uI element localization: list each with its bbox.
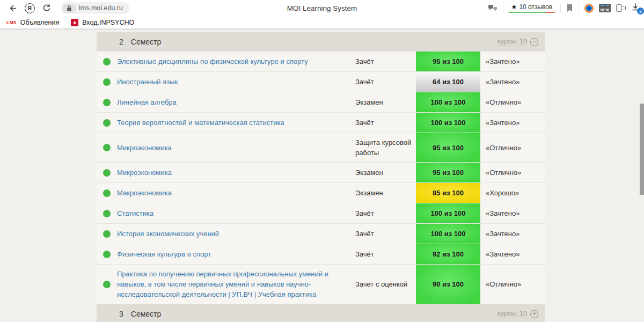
assessment-type: Зачёт (355, 113, 416, 133)
score-badge: 85 из 100 (416, 183, 480, 203)
course-link[interactable]: Макроэкономика (117, 188, 172, 198)
status-dot-icon (103, 169, 111, 177)
course-link[interactable]: Микроэкономика (117, 167, 172, 178)
refresh-button[interactable] (40, 1, 54, 15)
course-cell: История экономических учений (117, 224, 355, 244)
assessment-type: Зачёт (355, 224, 416, 244)
course-link[interactable]: Иностранный язык (117, 77, 178, 87)
toolbar-right-icons: ★ 10 отзывов NEW 2 (488, 3, 644, 13)
courses-count-link[interactable]: курсы: 10 (497, 310, 527, 318)
courses-count-link[interactable]: курсы: 10 (497, 38, 527, 46)
grade-text: «Зачтено» (480, 244, 545, 264)
grade-text: «Отлично» (480, 133, 545, 162)
divider (503, 4, 503, 12)
score-badge: 95 из 100 (416, 52, 480, 71)
divider (579, 4, 579, 12)
semester-number: 2 (119, 38, 123, 46)
status-cell (97, 163, 117, 182)
status-dot-icon (103, 210, 111, 217)
status-dot-icon (103, 119, 111, 127)
bookmark-inpsycho[interactable]: ▲ Вход.INPSYCHO (71, 19, 134, 26)
status-dot-icon (103, 58, 111, 65)
course-cell: Элективные дисциплины по физической куль… (117, 52, 355, 71)
new-icon-dashes (601, 5, 609, 6)
assessment-type: Защита курсовой работы (355, 133, 416, 162)
scrollbar[interactable] (640, 29, 644, 322)
grade-text: «Отлично» (480, 265, 545, 304)
course-link[interactable]: Элективные дисциплины по физической куль… (117, 56, 308, 67)
table-row: Микроэкономика Экзамен 95 из 100 «Отличн… (97, 163, 545, 183)
url-text: lms.moi.edu.ru (79, 4, 123, 12)
bookmark-label: Вход.INPSYCHO (82, 19, 134, 26)
lms-favicon: LMS (6, 20, 17, 25)
course-cell: Макроэкономика (117, 183, 355, 203)
course-link[interactable]: Микроэкономика (117, 143, 172, 153)
inpsycho-favicon: ▲ (71, 19, 78, 26)
grade-text: «Хорошо» (480, 183, 545, 203)
extension-browser-icon[interactable] (584, 4, 594, 13)
status-dot-icon (103, 251, 111, 258)
status-cell (97, 203, 117, 223)
assessment-type: Экзамен (355, 92, 416, 112)
scrollbar-thumb[interactable] (640, 104, 644, 195)
score-badge: 64 из 100 (416, 72, 480, 92)
lock-icon (67, 5, 72, 11)
assessment-type: Зачёт (355, 244, 416, 264)
course-link[interactable]: История экономических учений (117, 229, 219, 239)
course-link[interactable]: Практика по получению первичных професси… (117, 269, 350, 299)
score-badge: 95 из 100 (416, 163, 480, 182)
status-dot-icon (103, 78, 111, 86)
table-row: Линейная алгебра Экзамен 100 из 100 «Отл… (97, 92, 545, 113)
grade-text: «Отлично» (480, 163, 545, 182)
reviews-button[interactable]: ★ 10 отзывов (509, 3, 555, 13)
back-button[interactable] (5, 1, 19, 15)
score-badge: 92 из 100 (416, 244, 480, 264)
course-link[interactable]: Статистика (117, 208, 153, 218)
course-link[interactable]: Линейная алгебра (117, 97, 177, 107)
status-dot-icon (103, 189, 111, 197)
table-row: Физическая культура и спорт Зачёт 92 из … (97, 244, 545, 265)
yandex-home-button[interactable]: Я (23, 1, 36, 15)
grade-text: «Зачтено» (480, 52, 545, 71)
nav-buttons: Я lms.moi.edu.ru (0, 1, 129, 15)
table-row: История экономических учений Зачёт 100 и… (97, 224, 545, 244)
semester-2-header: 2 Семестр курсы: 10 − (97, 32, 545, 52)
collapse-icon[interactable]: − (530, 38, 538, 46)
yandex-logo-icon: Я (25, 3, 35, 13)
status-cell (97, 224, 117, 244)
expand-icon[interactable]: + (530, 310, 538, 318)
lock-chip[interactable] (63, 4, 76, 13)
course-cell: Микроэкономика (117, 163, 355, 182)
table-row: Иностранный язык Зачёт 64 из 100 «Зачтен… (97, 72, 545, 92)
downloads-button[interactable]: 2 (631, 3, 642, 13)
bookmark-announcements[interactable]: LMS Объявления (6, 19, 59, 26)
table-row: Теория вероятностей и математическая ста… (97, 113, 545, 133)
status-dot-icon (103, 99, 111, 106)
course-link[interactable]: Теория вероятностей и математическая ста… (117, 118, 284, 128)
course-cell: Иностранный язык (117, 72, 355, 92)
assessment-type: Экзамен (355, 183, 416, 203)
assessment-type: Зачёт (355, 52, 416, 71)
page-content: 2 Семестр курсы: 10 − Элективные дисципл… (0, 29, 644, 322)
course-cell: Линейная алгебра (117, 92, 355, 112)
score-badge: 100 из 100 (416, 92, 480, 112)
status-cell (97, 92, 117, 112)
grade-text: «Отлично» (480, 92, 545, 112)
status-cell (97, 133, 117, 162)
course-cell: Теория вероятностей и математическая ста… (117, 113, 355, 133)
rating-bar (509, 12, 555, 13)
extension-new-icon[interactable]: NEW (599, 4, 611, 12)
semester-label: Семестр (131, 310, 162, 318)
protect-button[interactable] (488, 4, 497, 12)
assessment-type: Зачёт (355, 72, 416, 92)
score-badge: 95 из 100 (416, 133, 480, 162)
address-bar[interactable]: lms.moi.edu.ru (61, 2, 129, 14)
status-cell (97, 183, 117, 203)
collections-icon[interactable] (616, 4, 626, 12)
course-link[interactable]: Физическая культура и спорт (117, 249, 211, 259)
bookmark-page-button[interactable] (566, 4, 573, 12)
grade-text: «Зачтено» (480, 224, 545, 244)
score-badge: 100 из 100 (416, 203, 480, 223)
grade-text: «Зачтено» (480, 113, 545, 133)
semester-3-header: 3 Семестр курсы: 10 + (97, 304, 545, 322)
